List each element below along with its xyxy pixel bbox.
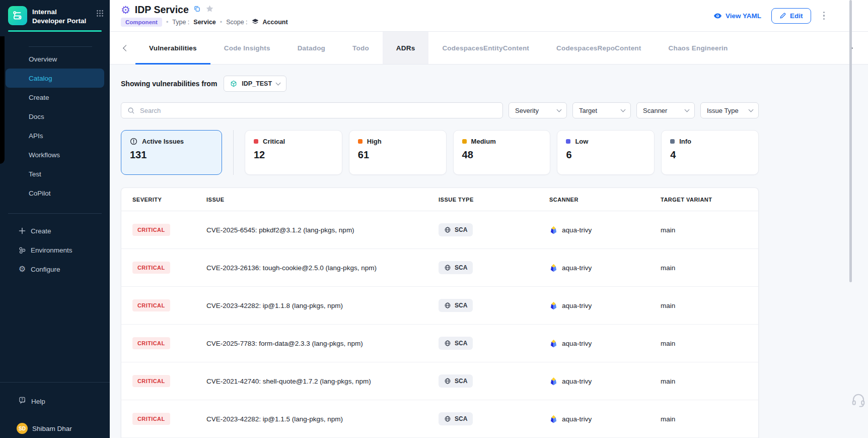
kind-badge: Component [121, 18, 162, 27]
eye-icon [713, 12, 722, 20]
table-row[interactable]: CRITICAL CVE-2023-42282: ip@1.1.8 (lang-… [121, 287, 758, 325]
sidebar-item-create[interactable]: Create [6, 88, 104, 107]
critical-card[interactable]: Critical 12 [245, 130, 342, 175]
table-row[interactable]: CRITICAL CVE-2025-6545: pbkdf2@3.1.2 (la… [121, 211, 758, 249]
low-dot-icon [566, 139, 570, 144]
tab-codespaces-entity-content[interactable]: CodespacesEntityContent [428, 32, 543, 64]
edit-button[interactable]: Edit [771, 8, 811, 24]
sidebar-actions: Create Environments ⚙ Configure [0, 221, 110, 279]
table-row[interactable]: CRITICAL CVE-2023-42282: ip@1.1.5 (lang-… [121, 400, 758, 438]
source-row: Showing vulnerabilities from IDP_TEST [121, 76, 759, 92]
support-headset-icon[interactable] [851, 393, 866, 410]
table-row[interactable]: CRITICAL CVE-2021-42740: shell-quote@1.7… [121, 362, 758, 400]
critical-dot-icon [254, 139, 258, 144]
scanner-filter[interactable]: Scanner [636, 102, 695, 118]
type-value: Service [193, 19, 215, 26]
tab-code-insights[interactable]: Code Insights [210, 32, 284, 64]
low-card[interactable]: Low 6 [557, 130, 655, 175]
edit-label: Edit [790, 12, 803, 20]
sca-icon [444, 378, 451, 385]
chevron-down-icon [685, 107, 690, 112]
meta-separator: • [220, 19, 222, 26]
high-card[interactable]: High 61 [349, 130, 447, 175]
chevron-down-icon [276, 80, 281, 85]
view-yaml-label: View YAML [726, 12, 761, 20]
table-row[interactable]: CRITICAL CVE-2023-26136: tough-cookie@2.… [121, 249, 758, 287]
column-header-target-variant: TARGET VARIANT [661, 197, 748, 203]
sca-icon [444, 415, 451, 422]
sca-icon [444, 226, 451, 233]
filter-label: Target [579, 107, 597, 114]
chevron-down-icon [557, 107, 562, 112]
info-dot-icon [670, 139, 675, 144]
user-menu[interactable]: SD Shibam Dhar [0, 419, 110, 438]
issue-type-label: SCA [455, 302, 467, 309]
table-row[interactable]: CRITICAL CVE-2025-7783: form-data@2.3.3 … [121, 325, 758, 362]
target-filter[interactable]: Target [572, 102, 631, 118]
meta-separator: • [166, 19, 168, 26]
sidebar-item-test[interactable]: Test [6, 164, 104, 183]
apps-grid-icon[interactable] [96, 10, 104, 19]
entity-meta-row: Component • Type : Service • Scope : Acc… [121, 18, 288, 27]
medium-card[interactable]: Medium 48 [453, 130, 551, 175]
sidebar-item-overview[interactable]: Overview [6, 49, 104, 69]
scope-label: Scope : [226, 19, 247, 26]
issue-type-chip: SCA [439, 337, 473, 350]
severity-filter[interactable]: Severity [509, 102, 567, 118]
tab-codespaces-repo-content[interactable]: CodespacesRepoContent [543, 32, 655, 64]
source-selector[interactable]: IDP_TEST [224, 76, 286, 92]
copy-icon[interactable] [193, 5, 201, 15]
favorite-star-icon[interactable] [205, 5, 214, 15]
sidebar-brand: Internal Developer Portal [0, 0, 110, 25]
pencil-icon [779, 12, 786, 19]
severity-badge: CRITICAL [132, 337, 170, 349]
search-input[interactable] [139, 106, 496, 115]
sca-icon [444, 264, 451, 271]
page-title: IDP Service [135, 4, 189, 16]
sidebar-item-copilot[interactable]: CoPilot [6, 183, 104, 203]
help-label: Help [31, 398, 45, 405]
target-variant: main [661, 302, 748, 309]
cards-divider [233, 130, 234, 175]
tab-bar: Vulnerabilities Code Insights Datadog To… [110, 32, 868, 65]
app-logo-icon [8, 6, 27, 25]
sidebar-item-docs[interactable]: Docs [6, 107, 104, 126]
trivy-icon [549, 226, 558, 234]
app-window: Internal Developer Portal Overview Catal… [0, 0, 868, 438]
tabs-scroll-left-icon[interactable] [121, 40, 131, 55]
help-button[interactable]: ? Help [0, 392, 110, 411]
scanner-name: aqua-trivy [562, 302, 592, 309]
sidebar-action-create[interactable]: Create [0, 221, 110, 240]
sidebar-item-workflows[interactable]: Workflows [6, 145, 104, 164]
sidebar: Internal Developer Portal Overview Catal… [0, 0, 110, 438]
tab-todo[interactable]: Todo [339, 32, 383, 64]
scanner-name: aqua-trivy [562, 226, 592, 234]
card-label: Low [575, 138, 588, 145]
active-issues-card[interactable]: Active Issues 131 [121, 130, 222, 175]
tab-datadog[interactable]: Datadog [284, 32, 339, 64]
brand-accent-underline [8, 30, 102, 32]
tab-adrs[interactable]: ADRs [383, 32, 429, 64]
sidebar-action-environments[interactable]: Environments [0, 240, 110, 260]
target-variant: main [661, 415, 748, 423]
view-yaml-button[interactable]: View YAML [713, 12, 761, 20]
entity-title-block: ⚙ IDP Service Compone [121, 0, 288, 31]
sidebar-item-apis[interactable]: APIs [6, 126, 104, 145]
issue-type-label: SCA [455, 340, 467, 347]
sidebar-action-label: Create [31, 227, 51, 235]
vertical-scrollbar[interactable] [849, 0, 852, 282]
issue-text: CVE-2023-42282: ip@1.1.5 (lang-pkgs, npm… [206, 415, 439, 423]
info-card[interactable]: Info 4 [661, 130, 759, 175]
help-chat-icon: ? [18, 396, 27, 406]
issue-text: CVE-2025-6545: pbkdf2@3.1.2 (lang-pkgs, … [206, 226, 439, 234]
scanner-name: aqua-trivy [562, 340, 592, 347]
tab-chaos-engineering[interactable]: Chaos Engineerin [655, 32, 742, 64]
cube-icon [230, 80, 237, 87]
issue-type-filter[interactable]: Issue Type [700, 102, 759, 118]
tab-vulnerabilities[interactable]: Vulnerabilities [135, 32, 210, 64]
more-options-icon[interactable] [821, 9, 827, 23]
sidebar-action-configure[interactable]: ⚙ Configure [0, 260, 110, 279]
sidebar-item-catalog[interactable]: Catalog [6, 69, 104, 88]
issue-type-label: SCA [455, 226, 467, 233]
card-label: High [367, 138, 382, 145]
